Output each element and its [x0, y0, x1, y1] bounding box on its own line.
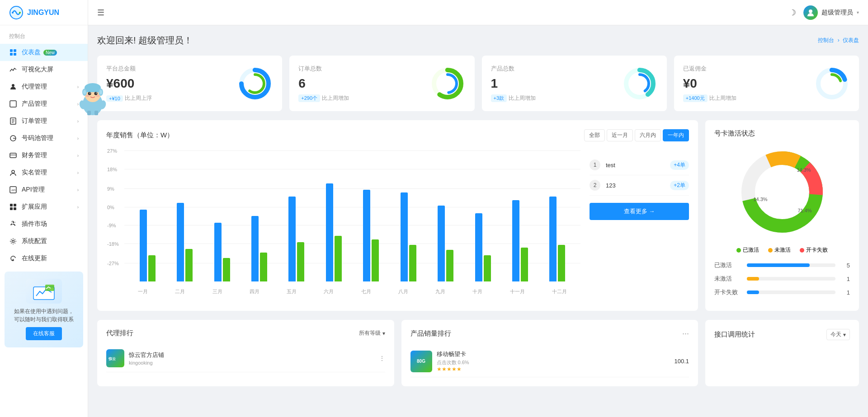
product-name-0: test: [606, 162, 670, 169]
bar-feb: [166, 150, 203, 281]
stat-ring-0: [237, 66, 273, 102]
level-select-arrow: ▾: [382, 330, 385, 337]
simpool-expand-arrow: ›: [77, 136, 79, 141]
sidebar-item-order[interactable]: 订单管理 ›: [0, 112, 88, 130]
stat-change-1: +290个 比上周增加: [298, 94, 349, 102]
chart-title: 年度销售（单位：W）: [106, 131, 174, 140]
menu-toggle-button[interactable]: ☰: [97, 8, 104, 18]
sim-stat-bar-1: [747, 277, 759, 281]
sidebar-item-realname[interactable]: 实名管理 ›: [0, 164, 88, 181]
svg-rect-3: [10, 49, 13, 52]
x-label-10: 十一月: [510, 288, 525, 295]
simpool-icon: [9, 134, 17, 142]
today-period-text: 今天: [830, 331, 841, 338]
avatar-area[interactable]: 超级管理员 ▾: [803, 5, 859, 20]
stat-badge-0: +¥10: [106, 95, 123, 102]
stat-value-0: ¥600: [106, 76, 152, 91]
sidebar-item-extend[interactable]: 扩展应用 ›: [0, 198, 88, 216]
sim-stat-bar-2: [747, 290, 759, 294]
today-period-select[interactable]: 今天 ▾: [826, 329, 850, 340]
filter-year[interactable]: 一年内: [663, 129, 689, 141]
svg-rect-21: [10, 207, 13, 210]
update-icon: [9, 254, 17, 262]
sim-card-title: 号卡激活状态: [714, 129, 850, 138]
sidebar-item-plugin-label: 插件市场: [22, 220, 47, 228]
svg-point-1: [12, 12, 14, 14]
svg-text:14.3%: 14.3%: [797, 167, 811, 173]
product-expand-arrow: ›: [77, 102, 79, 107]
plugin-icon: [9, 220, 17, 228]
sidebar-item-order-label: 订单管理: [22, 117, 47, 125]
x-label-2: 三月: [212, 288, 222, 295]
sidebar-item-finance[interactable]: 财务管理 ›: [0, 147, 88, 164]
logo-area: JINGYUN: [0, 0, 88, 25]
sim-stat-bar-bg-2: [747, 290, 835, 294]
realname-expand-arrow: ›: [77, 170, 79, 175]
product-name-1: 123: [606, 182, 670, 189]
sim-stat-label-2: 开卡失败: [714, 288, 741, 296]
api-icon: API: [9, 186, 17, 194]
stat-label-0: 平台总金额: [106, 65, 152, 73]
sidebar-item-agent[interactable]: 代理管理 ›: [0, 78, 88, 95]
sim-stat-failed: 开卡失败 1: [714, 288, 850, 296]
agent-ranking-card: 代理排行 所有等级 ▾ 惊云 惊云官方店铺 kingooking: [97, 320, 394, 386]
x-labels: 一月 二月 三月 四月 五月 六月 七月 八月 九月 十月 十一月: [124, 288, 580, 295]
svg-rect-14: [10, 153, 16, 158]
chart-content: 27% 18% 9% 0% -9% -18% -27%: [106, 150, 689, 295]
breadcrumb-root: 控制台: [818, 37, 834, 43]
sidebar-item-agent-label: 代理管理: [22, 83, 47, 91]
sidebar-item-finance-label: 财务管理: [22, 151, 47, 159]
sidebar-item-sysconfig[interactable]: 系统配置: [0, 233, 88, 250]
product-rank-sub-0: 点击次数 0.6%: [437, 359, 670, 366]
online-service-button[interactable]: 在线客服: [26, 327, 62, 340]
extend-expand-arrow: ›: [77, 205, 79, 210]
main-grid: 年度销售（单位：W） 全部 近一月 六月内 一年内: [97, 120, 859, 311]
sidebar-item-plugin[interactable]: 插件市场: [0, 216, 88, 233]
header-right: ☽ 超级管理员 ▾: [789, 5, 859, 20]
stat-badge-2: +3款: [491, 94, 507, 102]
stat-label-3: 已返佣金: [683, 65, 736, 73]
agent-id-0: kingooking: [129, 360, 374, 365]
svg-point-29: [246, 75, 264, 93]
sim-stat-num-1: 1: [841, 276, 850, 282]
svg-rect-8: [10, 101, 16, 107]
stat-label-1: 订单总数: [298, 65, 349, 73]
svg-rect-19: [10, 204, 13, 206]
welcome-bar: 欢迎回来! 超级管理员！ 控制台 › 仪表盘: [97, 34, 859, 47]
bar-aug: [390, 150, 427, 281]
level-select-text: 所有等级: [359, 329, 381, 337]
sidebar-bottom: 如果在使用中遇到问题，可以随时与我们取得联系 在线客服: [5, 272, 83, 347]
sidebar-item-sysconfig-label: 系统配置: [22, 237, 47, 245]
sidebar-item-product[interactable]: 产品管理 ›: [0, 95, 88, 112]
sidebar-section-label: 控制台: [0, 25, 88, 44]
sidebar-item-dashboard[interactable]: 仪表盘 New: [0, 44, 88, 61]
filter-all[interactable]: 全部: [584, 129, 605, 141]
svg-point-23: [12, 240, 14, 243]
api-expand-arrow: ›: [77, 187, 79, 192]
filter-6month[interactable]: 六月内: [635, 129, 661, 141]
sidebar-item-update[interactable]: 在线更新: [0, 250, 88, 267]
product-sales-ranking-card: 产品销量排行 ··· 80G 移动畅望卡 点击次数 0.6% ★★★★★: [401, 320, 698, 386]
sidebar-item-visual[interactable]: 可视化大屏: [0, 61, 88, 78]
more-dots-button[interactable]: ···: [682, 329, 689, 338]
product-rank-sub-val: 0.6%: [458, 360, 469, 365]
agent-action-0[interactable]: ⋮: [379, 355, 385, 362]
product-thumb-text-0: 80G: [417, 359, 425, 364]
sim-stat-label-0: 已激活: [714, 261, 741, 269]
svg-point-56: [96, 95, 99, 97]
dark-mode-toggle[interactable]: ☽: [789, 8, 796, 18]
view-more-button[interactable]: 查看更多 →: [590, 203, 689, 220]
inline-rankings: 1 test +4单 2 123 +2单 查看更多 →: [590, 150, 689, 295]
api-card-header: 接口调用统计 今天 ▾: [714, 329, 850, 340]
breadcrumb-arrow: ›: [838, 37, 840, 43]
sidebar-item-simpool[interactable]: 号码池管理 ›: [0, 130, 88, 147]
svg-rect-6: [14, 53, 16, 56]
sidebar-item-dashboard-label: 仪表盘: [22, 48, 41, 56]
filter-month[interactable]: 近一月: [607, 129, 633, 141]
api-stats-card: 接口调用统计 今天 ▾: [705, 320, 859, 386]
level-select[interactable]: 所有等级 ▾: [359, 329, 385, 337]
agent-logo-0: 惊云: [106, 349, 124, 367]
sidebar-item-api[interactable]: API API管理 ›: [0, 181, 88, 198]
agent-ranking-header: 代理排行 所有等级 ▾: [106, 329, 385, 337]
svg-point-55: [86, 95, 90, 97]
